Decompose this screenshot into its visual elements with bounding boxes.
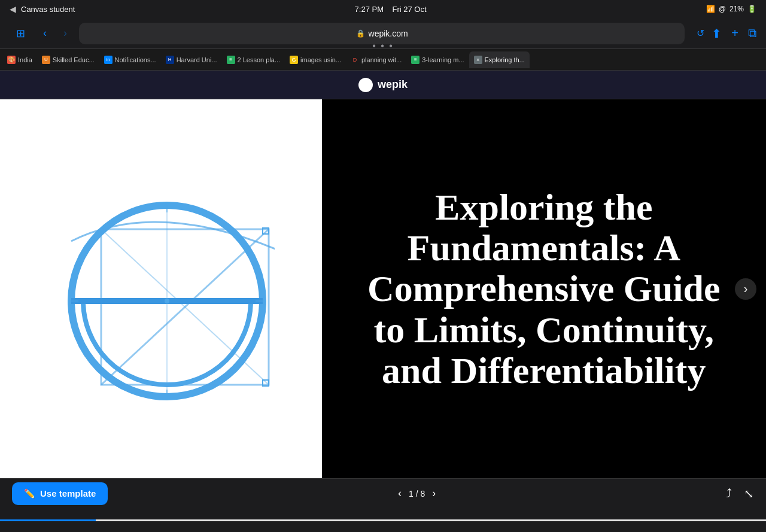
forward-button[interactable]: › xyxy=(59,25,72,42)
tab-favicon-india: 🎨 xyxy=(7,56,16,64)
pencil-icon: ✏️ xyxy=(24,488,35,499)
tab-exploring[interactable]: × Exploring th... xyxy=(469,51,530,68)
back-arrow-icon: ◀ xyxy=(10,4,16,14)
bottom-bar: ✏️ Use template ‹ 1 / 8 › ⤴ ⤡ xyxy=(0,478,766,508)
svg-rect-0 xyxy=(47,157,275,421)
tab-harvard[interactable]: H Harvard Uni... xyxy=(161,51,222,68)
progress-bar xyxy=(0,519,766,521)
nav-actions: ⬆ + ⧉ xyxy=(712,26,756,41)
sidebar-toggle-button[interactable]: ⊞ xyxy=(10,25,31,42)
tab-skilled[interactable]: U Skilled Educ... xyxy=(37,51,99,68)
tab-label-skilled: Skilled Educ... xyxy=(53,56,95,63)
tab-favicon-harvard: H xyxy=(166,56,174,64)
back-button[interactable]: ‹ xyxy=(38,25,51,42)
next-page-button[interactable]: › xyxy=(432,487,436,500)
tab-label-learning: 3-learning m... xyxy=(422,56,464,63)
wepik-logo: ☺ wepik xyxy=(358,78,408,92)
battery-icon: 🔋 xyxy=(747,5,756,13)
tab-favicon-linkedin: in xyxy=(104,56,113,64)
share-slide-button[interactable]: ⤴ xyxy=(726,487,732,500)
prev-page-button[interactable]: ‹ xyxy=(398,487,402,500)
left-panel xyxy=(0,99,322,478)
lock-icon: 🔒 xyxy=(356,29,365,38)
slide-title: Exploring the Fundamentals: A Comprehens… xyxy=(358,187,730,391)
status-left: ◀ Canvas student xyxy=(10,4,75,14)
tab-label-exploring: Exploring th... xyxy=(485,56,525,63)
status-center: 7:27 PM Fri 27 Oct xyxy=(355,5,427,14)
tab-label-india: India xyxy=(18,56,32,63)
tab-label-lesson: 2 Lesson pla... xyxy=(238,56,281,63)
tabs-button[interactable]: ⧉ xyxy=(748,26,756,40)
tab-label-harvard: Harvard Uni... xyxy=(177,56,217,63)
time: 7:27 PM xyxy=(355,5,384,14)
tabs-bar: 🎨 India U Skilled Educ... in Notificatio… xyxy=(0,49,766,71)
reload-button[interactable]: ↺ xyxy=(697,28,704,39)
bottom-actions: ⤴ ⤡ xyxy=(726,487,754,501)
signal-icon: @ xyxy=(719,5,726,13)
use-template-button[interactable]: ✏️ Use template xyxy=(12,482,108,505)
wepik-header: ☺ wepik xyxy=(0,71,766,99)
expand-button[interactable]: ⤡ xyxy=(744,487,754,501)
status-bar: ◀ Canvas student 7:27 PM Fri 27 Oct 📶 @ … xyxy=(0,0,766,18)
tab-label-images: images usin... xyxy=(300,56,341,63)
add-tab-button[interactable]: + xyxy=(731,26,738,40)
tab-learning[interactable]: ≡ 3-learning m... xyxy=(406,51,469,68)
wepik-logo-text: wepik xyxy=(378,78,408,91)
battery-level: 21% xyxy=(729,5,744,13)
tab-india[interactable]: 🎨 India xyxy=(2,51,37,68)
share-button[interactable]: ⬆ xyxy=(712,26,722,41)
url-text: wepik.com xyxy=(369,29,408,38)
app-name: Canvas student xyxy=(21,5,75,14)
status-right: 📶 @ 21% 🔋 xyxy=(706,5,756,13)
pagination-control: ‹ 1 / 8 › xyxy=(398,487,436,500)
tab-favicon-images: G xyxy=(290,56,298,64)
right-panel: Exploring the Fundamentals: A Comprehens… xyxy=(322,99,766,478)
tab-lesson[interactable]: ≡ 2 Lesson pla... xyxy=(222,51,285,68)
tab-favicon-learning: ≡ xyxy=(411,56,420,64)
date: Fri 27 Oct xyxy=(392,5,426,14)
tab-label-planning: planning wit... xyxy=(361,56,402,63)
tab-images[interactable]: G images usin... xyxy=(285,51,346,68)
pagination-display: 1 / 8 xyxy=(409,489,425,498)
tab-favicon-exploring: × xyxy=(474,56,482,64)
main-content: Exploring the Fundamentals: A Comprehens… xyxy=(0,99,766,478)
tab-favicon-skilled: U xyxy=(42,56,50,64)
tab-label-linkedin: Notifications... xyxy=(115,56,156,63)
wifi-icon: 📶 xyxy=(706,5,715,13)
progress-fill xyxy=(0,519,96,521)
wepik-logo-icon: ☺ xyxy=(358,78,373,92)
tab-planning[interactable]: D planning wit... xyxy=(346,51,406,68)
nav-bar: ⊞ ‹ › 🔒 wepik.com ↺ ⬆ + ⧉ • • • xyxy=(0,18,766,49)
tab-favicon-planning: D xyxy=(351,56,359,64)
tab-linkedin[interactable]: in Notifications... xyxy=(99,51,161,68)
nav-dots: • • • xyxy=(372,41,394,51)
progress-bar-container xyxy=(0,508,766,532)
use-template-label: Use template xyxy=(40,488,96,498)
geometry-illustration xyxy=(47,157,275,421)
next-slide-button[interactable]: › xyxy=(735,278,756,300)
tab-favicon-lesson: ≡ xyxy=(227,56,235,64)
